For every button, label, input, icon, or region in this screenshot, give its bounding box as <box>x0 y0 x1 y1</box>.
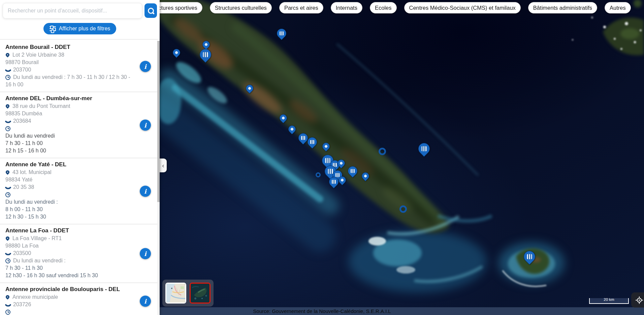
result-line: 7 h 30 - 11 h 00 <box>5 140 137 147</box>
sidebar-scrollbar[interactable] <box>157 41 160 315</box>
location-pin-icon <box>5 295 10 300</box>
building-glyph-icon <box>332 180 336 184</box>
result-line: Annexe municipale <box>5 293 137 301</box>
map-marker-pin[interactable] <box>337 160 345 167</box>
result-line: 12 h 30 - 15 h 30 <box>5 213 137 221</box>
map-marker-pin[interactable] <box>339 176 346 184</box>
result-line <box>5 191 137 198</box>
scrollbar-thumb[interactable] <box>157 41 160 202</box>
chevron-left-icon: ‹ <box>162 162 164 169</box>
clock-icon <box>5 192 10 197</box>
result-card[interactable]: Antenne Bourail - DDETLot 2 Voie Urbaine… <box>0 41 160 92</box>
sidebar-collapse-button[interactable]: ‹ <box>160 159 167 172</box>
search-icon <box>148 8 154 14</box>
result-line: 203500 <box>5 250 137 257</box>
sidebar: Afficher plus de filtres Antenne Bourail… <box>0 0 160 315</box>
basemap-plan-thumbnail[interactable] <box>165 283 186 304</box>
map-marker-building[interactable] <box>277 29 286 38</box>
result-line: 203684 <box>5 117 137 125</box>
map-marker-ring[interactable] <box>399 205 407 213</box>
building-glyph-icon <box>351 169 355 173</box>
search-input[interactable] <box>3 3 142 19</box>
result-line <box>5 125 137 132</box>
more-filters-label: Afficher plus de filtres <box>59 26 110 32</box>
map-marker-building[interactable] <box>308 137 317 147</box>
satellite-map-preview <box>191 284 210 303</box>
result-card[interactable]: Antenne La Foa - DDETLa Foa Village - RT… <box>0 224 160 283</box>
result-title: Antenne provinciale de Boulouparis - DEL <box>5 286 137 293</box>
result-line: 12 h 15 - 16 h 00 <box>5 147 137 154</box>
building-glyph-icon <box>203 52 208 57</box>
results-list: Antenne Bourail - DDETLot 2 Voie Urbaine… <box>0 41 160 315</box>
info-button[interactable]: i <box>140 295 151 307</box>
result-line: 12 h30 - 16 h 30 sauf vendredi 15 h 30 <box>5 272 137 279</box>
info-button[interactable]: i <box>140 119 151 131</box>
result-line: 203726 <box>5 301 137 308</box>
map-marker-pin[interactable] <box>173 49 180 56</box>
building-glyph-icon <box>422 146 427 151</box>
map-marker-building[interactable] <box>348 166 357 176</box>
phone-icon <box>5 251 10 256</box>
building-glyph-icon <box>310 140 314 144</box>
result-title: Antenne DEL - Dumbéa-sur-mer <box>5 95 137 102</box>
info-button[interactable]: i <box>140 61 151 72</box>
filter-chip[interactable]: Ecoles <box>370 2 397 13</box>
location-pin-icon <box>5 236 10 241</box>
result-line: Du lundi au vendredi <box>5 132 137 140</box>
phone-icon <box>5 119 10 124</box>
filter-chip[interactable]: Autres <box>605 2 631 13</box>
geolocate-button[interactable] <box>631 292 644 308</box>
result-card[interactable]: Antenne DEL - Dumbéa-sur-mer38 rue du Po… <box>0 92 160 158</box>
map-marker-ring[interactable] <box>379 148 386 155</box>
result-line: 7 h 30 - 11 h 30 <box>5 264 137 272</box>
building-glyph-icon <box>328 169 333 174</box>
result-line: Lot 2 Voie Urbaine 38 <box>5 51 137 59</box>
result-line: 203700 <box>5 66 137 74</box>
map-marker-building-lg[interactable] <box>200 49 211 60</box>
basemap-satellite-thumbnail[interactable] <box>190 283 211 304</box>
filter-chip[interactable]: Internats <box>331 2 362 13</box>
map-marker-pin[interactable] <box>246 85 253 92</box>
map-marker-building-lg[interactable] <box>418 143 430 154</box>
more-filters-button[interactable]: Afficher plus de filtres <box>43 23 117 34</box>
clock-icon <box>5 258 10 263</box>
result-card[interactable]: Antenne provinciale de Boulouparis - DEL… <box>0 283 160 315</box>
phone-icon <box>5 68 10 73</box>
result-line: 38 rue du Pont Tournant <box>5 103 137 110</box>
filter-chip-row: Structures sportivesStructures culturell… <box>143 2 631 13</box>
result-card[interactable]: Antenne de Yaté - DEL43 lot. Municipal98… <box>0 158 160 224</box>
map-scale-bar: 20 km <box>589 298 629 304</box>
search-button[interactable] <box>144 3 157 18</box>
map-marker-ring-sm[interactable] <box>316 172 321 177</box>
plan-map-preview <box>166 284 185 303</box>
filter-chip[interactable]: Structures culturelles <box>210 2 272 13</box>
map-marker-building[interactable] <box>298 133 308 143</box>
result-title: Antenne La Foa - DDET <box>5 227 137 234</box>
building-glyph-icon <box>301 136 305 140</box>
building-glyph-icon <box>280 31 284 35</box>
map-marker-pin[interactable] <box>202 41 210 48</box>
result-line <box>5 308 137 315</box>
map-marker-building[interactable] <box>329 177 339 187</box>
basemap-switcher <box>162 280 214 307</box>
result-line: 43 lot. Municipal <box>5 169 137 176</box>
result-line: 20 35 38 <box>5 183 137 191</box>
sidebar-header: Afficher plus de filtres <box>0 0 160 39</box>
filter-chip[interactable]: Centres Médico-Sociaux (CMS) et familaux <box>404 2 521 13</box>
location-pin-icon <box>5 170 10 175</box>
phone-icon <box>5 303 10 307</box>
building-glyph-icon <box>325 158 330 163</box>
filter-chip[interactable]: Parcs et aires <box>279 2 323 13</box>
map-marker-building-lg[interactable] <box>524 251 535 262</box>
map-marker-pin[interactable] <box>288 125 296 133</box>
result-title: Antenne de Yaté - DEL <box>5 161 137 168</box>
map-marker-pin[interactable] <box>280 114 287 122</box>
scale-label: 20 km <box>590 297 628 302</box>
attribution-text: Source: Gouvernement de la Nouvelle-Calé… <box>253 308 391 314</box>
map-marker-pin[interactable] <box>322 143 330 150</box>
info-button[interactable]: i <box>140 185 151 197</box>
map-marker-pin[interactable] <box>362 172 369 180</box>
filter-chip[interactable]: Bâtiments administratifs <box>528 2 597 13</box>
clock-icon <box>5 310 10 315</box>
info-button[interactable]: i <box>140 248 151 259</box>
